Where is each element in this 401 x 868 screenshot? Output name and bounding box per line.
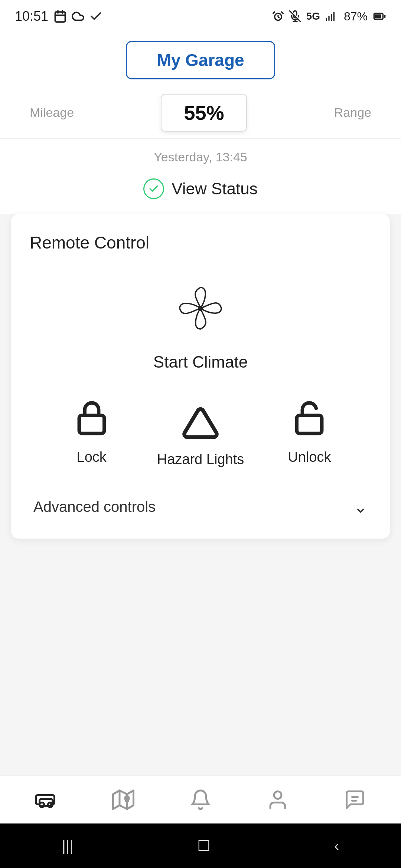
status-right-group: 5G 87% <box>272 10 386 23</box>
hazard-icon <box>182 405 219 442</box>
controls-row: Lock Hazard Lights Unlock <box>30 397 371 467</box>
fan-icon <box>175 282 226 334</box>
range-label: Range <box>334 105 371 120</box>
svg-point-21 <box>40 802 45 807</box>
my-garage-button[interactable]: My Garage <box>126 41 275 79</box>
chevron-down-icon: ⌄ <box>354 497 368 516</box>
lock-label: Lock <box>77 449 107 465</box>
hazard-label: Hazard Lights <box>157 451 244 467</box>
lock-control[interactable]: Lock <box>37 397 146 465</box>
lock-icon-wrap <box>69 397 114 442</box>
cloud-icon <box>71 10 85 23</box>
last-updated: Yesterday, 13:45 <box>0 139 401 168</box>
android-back-button[interactable]: ‹ <box>334 838 339 854</box>
nav-item-car[interactable] <box>7 785 85 815</box>
start-climate-section[interactable]: Start Climate <box>30 275 371 371</box>
svg-rect-19 <box>297 415 322 434</box>
mileage-label: Mileage <box>30 105 74 120</box>
status-bar: 10:51 5G 87% <box>0 0 401 30</box>
climate-icon-wrap <box>167 275 234 342</box>
svg-marker-23 <box>113 790 134 809</box>
unlock-icon-wrap <box>287 397 332 442</box>
header: My Garage <box>0 30 401 87</box>
hazard-icon-wrap <box>178 401 223 445</box>
map-nav-icon <box>110 789 136 811</box>
nav-item-map[interactable] <box>85 785 162 815</box>
svg-rect-18 <box>79 415 104 434</box>
nav-item-profile[interactable] <box>239 785 316 815</box>
svg-line-6 <box>281 12 283 13</box>
nav-item-chat[interactable] <box>316 785 394 815</box>
advanced-controls-label: Advanced controls <box>33 499 156 515</box>
battery-icon <box>373 10 386 22</box>
stats-bar: Mileage 55% Range <box>0 87 401 139</box>
svg-rect-16 <box>375 14 381 19</box>
check-icon <box>89 10 102 23</box>
bell-nav-icon <box>189 789 212 811</box>
android-nav-bar: ||| ☐ ‹ <box>0 823 401 868</box>
car-nav-icon <box>33 789 59 811</box>
last-updated-text: Yesterday, 13:45 <box>154 150 247 164</box>
alarm-icon <box>272 10 284 22</box>
status-icons-group <box>53 10 102 23</box>
svg-line-5 <box>273 12 274 13</box>
unlock-icon <box>293 399 326 440</box>
status-check-icon <box>143 178 164 199</box>
person-nav-icon <box>267 789 289 811</box>
calendar-icon <box>53 10 67 23</box>
lock-icon <box>75 399 108 440</box>
time-display: 10:51 <box>15 9 48 24</box>
android-menu-button[interactable]: ||| <box>62 838 74 854</box>
advanced-controls-row[interactable]: Advanced controls ⌄ <box>30 490 371 520</box>
remote-control-title: Remote Control <box>30 233 371 253</box>
hazard-control[interactable]: Hazard Lights <box>146 397 255 467</box>
android-home-button[interactable]: ☐ <box>197 837 211 854</box>
svg-point-27 <box>274 791 281 799</box>
chat-nav-icon <box>344 789 366 811</box>
status-time-group: 10:51 <box>15 9 102 24</box>
view-status-label[interactable]: View Status <box>172 180 258 198</box>
remote-control-card: Remote Control Start Climate <box>11 214 390 539</box>
svg-point-17 <box>198 306 203 311</box>
view-status-row[interactable]: View Status <box>0 168 401 214</box>
unlock-control[interactable]: Unlock <box>255 397 364 465</box>
nav-item-bell[interactable] <box>162 785 239 815</box>
unlock-label: Unlock <box>288 449 331 465</box>
signal-icon <box>325 10 339 22</box>
mute-icon <box>289 10 301 22</box>
battery-value: 55% <box>161 94 247 132</box>
climate-label: Start Climate <box>153 353 248 371</box>
svg-rect-0 <box>55 12 65 22</box>
battery-percent: 87% <box>344 10 368 23</box>
bottom-navigation <box>0 775 401 823</box>
5g-icon: 5G <box>306 10 320 22</box>
